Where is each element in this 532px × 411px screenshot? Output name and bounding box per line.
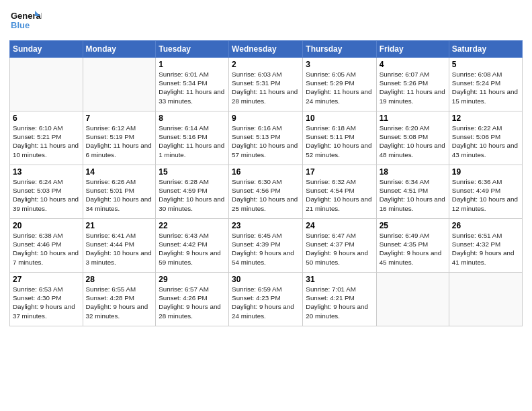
day-number: 31 [306, 275, 373, 284]
calendar-cell: 21Sunrise: 6:41 AMSunset: 4:44 PMDayligh… [83, 219, 156, 273]
day-info: Sunrise: 6:07 AMSunset: 5:26 PMDaylight:… [380, 70, 446, 105]
calendar-cell [10, 58, 83, 111]
day-info: Sunrise: 6:45 AMSunset: 4:39 PMDaylight:… [232, 231, 300, 267]
calendar-cell: 25Sunrise: 6:49 AMSunset: 4:35 PMDayligh… [376, 219, 449, 273]
page-container: General Blue SundayMondayTuesdayWednesda… [0, 0, 532, 333]
day-info: Sunrise: 6:47 AMSunset: 4:37 PMDaylight:… [306, 231, 373, 267]
calendar-cell: 20Sunrise: 6:38 AMSunset: 4:46 PMDayligh… [10, 219, 83, 273]
day-number: 16 [232, 167, 300, 177]
day-number: 4 [380, 60, 446, 69]
calendar-cell: 30Sunrise: 6:59 AMSunset: 4:23 PMDayligh… [229, 273, 303, 326]
day-info: Sunrise: 6:26 AMSunset: 5:01 PMDaylight:… [86, 177, 153, 213]
day-info: Sunrise: 6:38 AMSunset: 4:46 PMDaylight:… [13, 231, 80, 267]
calendar-cell: 11Sunrise: 6:20 AMSunset: 5:08 PMDayligh… [376, 111, 449, 165]
day-info: Sunrise: 6:14 AMSunset: 5:16 PMDaylight:… [159, 124, 226, 159]
day-number: 20 [13, 221, 80, 230]
calendar-cell: 14Sunrise: 6:26 AMSunset: 5:01 PMDayligh… [83, 165, 156, 219]
calendar-cell: 4Sunrise: 6:07 AMSunset: 5:26 PMDaylight… [376, 58, 449, 111]
weekday-header: Thursday [303, 41, 376, 58]
day-info: Sunrise: 6:32 AMSunset: 4:54 PMDaylight:… [306, 177, 373, 213]
calendar-cell: 22Sunrise: 6:43 AMSunset: 4:42 PMDayligh… [156, 219, 229, 273]
day-info: Sunrise: 6:22 AMSunset: 5:06 PMDaylight:… [452, 124, 519, 159]
day-number: 13 [13, 167, 80, 177]
day-info: Sunrise: 6:08 AMSunset: 5:24 PMDaylight:… [452, 70, 519, 105]
day-info: Sunrise: 6:18 AMSunset: 5:11 PMDaylight:… [306, 124, 373, 159]
calendar-week-row: 13Sunrise: 6:24 AMSunset: 5:03 PMDayligh… [10, 165, 523, 219]
header-row: SundayMondayTuesdayWednesdayThursdayFrid… [10, 41, 523, 58]
calendar-cell: 5Sunrise: 6:08 AMSunset: 5:24 PMDaylight… [449, 58, 522, 111]
logo: General Blue [9, 7, 42, 35]
day-info: Sunrise: 6:53 AMSunset: 4:30 PMDaylight:… [13, 285, 80, 320]
day-number: 10 [306, 113, 373, 123]
day-info: Sunrise: 6:30 AMSunset: 4:56 PMDaylight:… [232, 177, 300, 213]
weekday-header: Monday [83, 41, 156, 58]
day-info: Sunrise: 6:16 AMSunset: 5:13 PMDaylight:… [232, 124, 300, 159]
day-info: Sunrise: 7:01 AMSunset: 4:21 PMDaylight:… [306, 285, 373, 320]
day-info: Sunrise: 6:10 AMSunset: 5:21 PMDaylight:… [13, 124, 80, 159]
day-number: 19 [452, 167, 519, 177]
day-info: Sunrise: 6:59 AMSunset: 4:23 PMDaylight:… [232, 285, 300, 320]
calendar-cell: 6Sunrise: 6:10 AMSunset: 5:21 PMDaylight… [10, 111, 83, 165]
day-number: 12 [452, 113, 519, 123]
day-info: Sunrise: 6:41 AMSunset: 4:44 PMDaylight:… [86, 231, 153, 267]
calendar-week-row: 27Sunrise: 6:53 AMSunset: 4:30 PMDayligh… [10, 273, 523, 326]
day-number: 2 [232, 60, 300, 69]
day-info: Sunrise: 6:51 AMSunset: 4:32 PMDaylight:… [452, 231, 519, 267]
calendar-cell [83, 58, 156, 111]
calendar-week-row: 1Sunrise: 6:01 AMSunset: 5:34 PMDaylight… [10, 58, 523, 111]
day-info: Sunrise: 6:24 AMSunset: 5:03 PMDaylight:… [13, 177, 80, 213]
calendar-cell: 2Sunrise: 6:03 AMSunset: 5:31 PMDaylight… [229, 58, 303, 111]
calendar-cell: 3Sunrise: 6:05 AMSunset: 5:29 PMDaylight… [303, 58, 376, 111]
calendar-cell: 15Sunrise: 6:28 AMSunset: 4:59 PMDayligh… [156, 165, 229, 219]
calendar-cell: 16Sunrise: 6:30 AMSunset: 4:56 PMDayligh… [229, 165, 303, 219]
day-number: 11 [380, 113, 446, 123]
day-info: Sunrise: 6:28 AMSunset: 4:59 PMDaylight:… [159, 177, 226, 213]
day-number: 26 [452, 221, 519, 230]
calendar-week-row: 20Sunrise: 6:38 AMSunset: 4:46 PMDayligh… [10, 219, 523, 273]
calendar-cell: 9Sunrise: 6:16 AMSunset: 5:13 PMDaylight… [229, 111, 303, 165]
calendar-cell: 28Sunrise: 6:55 AMSunset: 4:28 PMDayligh… [83, 273, 156, 326]
calendar-cell: 27Sunrise: 6:53 AMSunset: 4:30 PMDayligh… [10, 273, 83, 326]
calendar-cell: 10Sunrise: 6:18 AMSunset: 5:11 PMDayligh… [303, 111, 376, 165]
calendar-cell [376, 273, 449, 326]
calendar-cell: 23Sunrise: 6:45 AMSunset: 4:39 PMDayligh… [229, 219, 303, 273]
calendar-cell: 13Sunrise: 6:24 AMSunset: 5:03 PMDayligh… [10, 165, 83, 219]
calendar-cell: 1Sunrise: 6:01 AMSunset: 5:34 PMDaylight… [156, 58, 229, 111]
day-number: 8 [159, 113, 226, 123]
day-number: 7 [86, 113, 153, 123]
day-number: 3 [306, 60, 373, 69]
calendar-cell: 29Sunrise: 6:57 AMSunset: 4:26 PMDayligh… [156, 273, 229, 326]
day-info: Sunrise: 6:34 AMSunset: 4:51 PMDaylight:… [380, 177, 446, 213]
weekday-header: Friday [376, 41, 449, 58]
day-number: 18 [380, 167, 446, 177]
day-number: 9 [232, 113, 300, 123]
day-info: Sunrise: 6:36 AMSunset: 4:49 PMDaylight:… [452, 177, 519, 213]
day-info: Sunrise: 6:01 AMSunset: 5:34 PMDaylight:… [159, 70, 226, 105]
day-number: 23 [232, 221, 300, 230]
calendar-cell: 17Sunrise: 6:32 AMSunset: 4:54 PMDayligh… [303, 165, 376, 219]
day-number: 14 [86, 167, 153, 177]
day-info: Sunrise: 6:43 AMSunset: 4:42 PMDaylight:… [159, 231, 226, 267]
day-info: Sunrise: 6:12 AMSunset: 5:19 PMDaylight:… [86, 124, 153, 159]
calendar-cell: 31Sunrise: 7:01 AMSunset: 4:21 PMDayligh… [303, 273, 376, 326]
calendar-cell: 18Sunrise: 6:34 AMSunset: 4:51 PMDayligh… [376, 165, 449, 219]
calendar-cell: 8Sunrise: 6:14 AMSunset: 5:16 PMDaylight… [156, 111, 229, 165]
day-number: 15 [159, 167, 226, 177]
logo-svg: General Blue [9, 7, 42, 35]
day-number: 24 [306, 221, 373, 230]
weekday-header: Wednesday [229, 41, 303, 58]
day-info: Sunrise: 6:49 AMSunset: 4:35 PMDaylight:… [380, 231, 446, 267]
weekday-header: Tuesday [156, 41, 229, 58]
day-info: Sunrise: 6:05 AMSunset: 5:29 PMDaylight:… [306, 70, 373, 105]
calendar-table: SundayMondayTuesdayWednesdayThursdayFrid… [9, 40, 523, 326]
day-number: 28 [86, 275, 153, 284]
svg-text:Blue: Blue [11, 20, 30, 30]
day-info: Sunrise: 6:20 AMSunset: 5:08 PMDaylight:… [380, 124, 446, 159]
day-info: Sunrise: 6:57 AMSunset: 4:26 PMDaylight:… [159, 285, 226, 320]
day-number: 25 [380, 221, 446, 230]
calendar-cell: 12Sunrise: 6:22 AMSunset: 5:06 PMDayligh… [449, 111, 522, 165]
day-number: 1 [159, 60, 226, 69]
day-number: 30 [232, 275, 300, 284]
day-number: 6 [13, 113, 80, 123]
day-number: 27 [13, 275, 80, 284]
